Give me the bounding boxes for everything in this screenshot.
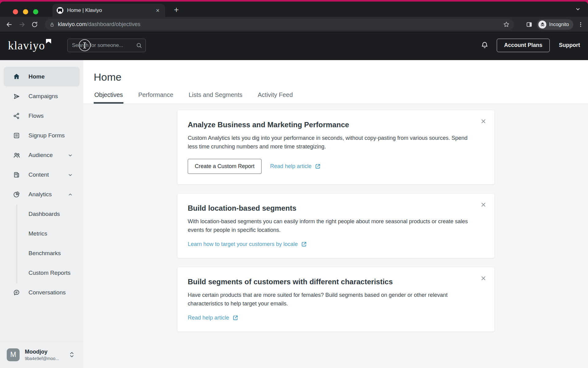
audience-icon	[13, 151, 21, 159]
tab-search-chevron-icon[interactable]	[575, 6, 581, 13]
sidebar-item-dashboards[interactable]: Dashboards	[0, 204, 83, 224]
tab-performance[interactable]: Performance	[138, 88, 174, 104]
sidebar-item-home[interactable]: Home	[4, 67, 80, 86]
tab-activity-feed[interactable]: Activity Feed	[257, 88, 293, 104]
account-switcher[interactable]: M Moodjoy 9ba4e9ef@moo...	[0, 341, 83, 368]
notifications-bell-icon[interactable]	[481, 41, 489, 49]
new-tab-button[interactable]: +	[174, 6, 179, 14]
tab-row: Objectives Performance Lists and Segment…	[83, 83, 588, 104]
sidebar-item-benchmarks[interactable]: Benchmarks	[0, 243, 83, 263]
minimize-window-button[interactable]	[23, 9, 28, 14]
link-label: Learn how to target your customers by lo…	[188, 241, 298, 247]
sidebar-item-conversations[interactable]: Conversations	[0, 283, 83, 302]
screen: Home | Klaviyo × + klaviyo.	[0, 0, 588, 368]
browser-tab[interactable]: Home | Klaviyo ×	[52, 4, 165, 17]
browser-toolbar: klaviyo.com/dashboard/objectives Incogni…	[0, 17, 588, 32]
sidebar-item-signup-forms[interactable]: Signup Forms	[0, 126, 83, 145]
url-text: klaviyo.com/dashboard/objectives	[58, 21, 140, 28]
locale-help-link[interactable]: Learn how to target your customers by lo…	[188, 241, 307, 247]
close-window-button[interactable]	[13, 9, 18, 14]
account-avatar: M	[7, 348, 20, 361]
sidebar-item-flows[interactable]: Flows	[0, 106, 83, 126]
klaviyo-wordmark: klaviyo	[8, 40, 45, 51]
card-close-icon[interactable]	[480, 201, 487, 208]
side-panel-icon[interactable]	[526, 21, 533, 28]
sidebar-item-label: Home	[28, 73, 45, 80]
external-link-icon	[232, 315, 239, 321]
maximize-window-button[interactable]	[33, 9, 38, 14]
tab-lists-and-segments[interactable]: Lists and Segments	[188, 88, 243, 104]
account-plans-button[interactable]: Account Plans	[497, 39, 550, 52]
sidebar-item-label: Content	[28, 171, 49, 178]
sidebar-item-content[interactable]: Content	[0, 165, 83, 185]
chevron-down-icon	[68, 153, 73, 158]
bookmark-star-icon[interactable]	[503, 21, 510, 28]
sidebar-item-custom-reports[interactable]: Custom Reports	[0, 263, 83, 283]
back-icon[interactable]	[6, 21, 13, 28]
incognito-badge[interactable]: Incognito	[537, 19, 573, 30]
read-help-article-link[interactable]: Read help article	[188, 315, 239, 321]
account-email: 9ba4e9ef@moo...	[25, 356, 59, 361]
card-actions: Read help article	[188, 315, 473, 321]
create-custom-report-button[interactable]: Create a Custom Report	[188, 159, 262, 174]
support-link[interactable]: Support	[559, 42, 580, 48]
sidebar-item-analytics[interactable]: Analytics	[0, 185, 83, 204]
tab-strip: Home | Klaviyo × +	[0, 2, 588, 17]
app-shell: Home Campaigns Flows	[0, 60, 588, 368]
search-icon[interactable]	[136, 42, 142, 50]
browser-menu-icon[interactable]	[578, 21, 584, 28]
sidebar-item-label: Flows	[28, 113, 44, 119]
toolbar-right-cluster: Incognito	[526, 19, 584, 30]
card-body: With location-based segments you can eas…	[188, 217, 473, 234]
tabs: Objectives Performance Lists and Segment…	[94, 88, 588, 104]
incognito-label: Incognito	[549, 22, 569, 27]
url-bar[interactable]: klaviyo.com/dashboard/objectives	[45, 19, 514, 30]
analytics-icon	[13, 190, 21, 198]
header-right-cluster: Account Plans Support	[481, 39, 580, 52]
card-close-icon[interactable]	[480, 118, 487, 125]
analytics-subnav-rail	[17, 205, 17, 283]
signup-forms-icon	[13, 132, 21, 140]
sidebar-nav: Home Campaigns Flows	[0, 60, 83, 302]
sidebar-item-label: Analytics	[28, 191, 52, 198]
sidebar: Home Campaigns Flows	[0, 60, 83, 368]
home-icon	[13, 73, 21, 81]
klaviyo-favicon-icon	[57, 7, 63, 14]
account-name: Moodjoy	[25, 349, 59, 355]
klaviyo-logo[interactable]: klaviyo	[8, 40, 51, 51]
sidebar-item-campaigns[interactable]: Campaigns	[0, 86, 83, 106]
card-title: Analyze Business and Marketing Performan…	[188, 120, 473, 130]
incognito-icon	[538, 21, 546, 29]
flows-icon	[13, 112, 21, 120]
browser-window: Home | Klaviyo × + klaviyo.	[0, 2, 588, 368]
external-link-icon	[301, 241, 307, 247]
card-actions: Create a Custom Report Read help article	[188, 159, 473, 174]
klaviyo-flag-icon	[46, 39, 51, 45]
header-search	[67, 39, 146, 52]
objective-card-location-segments: Build location-based segments With locat…	[177, 193, 495, 258]
sidebar-item-label: Signup Forms	[28, 132, 65, 139]
sidebar-item-label: Audience	[28, 152, 53, 159]
click-cursor-indicator	[79, 39, 91, 51]
read-help-article-link[interactable]: Read help article	[270, 163, 321, 170]
forward-icon[interactable]	[18, 21, 26, 28]
external-link-icon	[315, 163, 321, 170]
sidebar-item-audience[interactable]: Audience	[0, 145, 83, 165]
tab-close-icon[interactable]: ×	[155, 7, 161, 14]
account-expander-icon[interactable]	[70, 351, 74, 358]
page-title: Home	[94, 71, 588, 83]
macos-traffic-lights	[13, 9, 38, 14]
main-area: Home Objectives Performance Lists and Se…	[83, 60, 588, 368]
sidebar-item-label: Conversations	[28, 289, 66, 296]
tab-objectives[interactable]: Objectives	[94, 88, 123, 104]
sidebar-item-metrics[interactable]: Metrics	[0, 224, 83, 243]
campaigns-icon	[13, 92, 21, 100]
account-info: Moodjoy 9ba4e9ef@moo...	[25, 349, 59, 361]
card-close-icon[interactable]	[480, 275, 487, 282]
reload-icon[interactable]	[31, 21, 38, 28]
link-label: Read help article	[188, 315, 229, 321]
card-actions: Learn how to target your customers by lo…	[188, 241, 473, 247]
link-label: Read help article	[270, 163, 311, 170]
chevron-up-icon	[68, 192, 73, 197]
app-header: klaviyo Account Plans Support	[0, 32, 588, 58]
